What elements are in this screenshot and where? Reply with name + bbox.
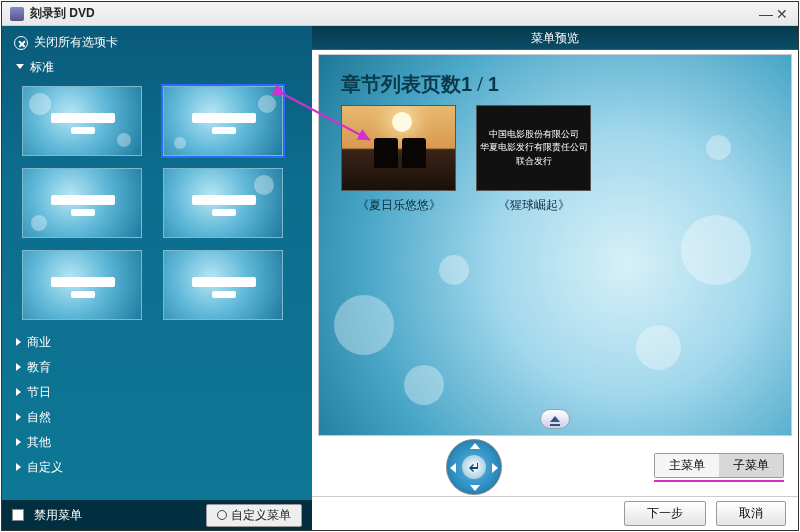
eject-icon: [550, 416, 560, 422]
category-education[interactable]: 教育: [2, 355, 312, 380]
category-custom[interactable]: 自定义: [2, 455, 312, 480]
main-menu-tab[interactable]: 主菜单: [655, 454, 719, 477]
template-thumb-2[interactable]: [163, 86, 283, 156]
sub-menu-tab[interactable]: 子菜单: [719, 454, 783, 477]
category-business[interactable]: 商业: [2, 330, 312, 355]
window-title: 刻录到 DVD: [30, 5, 758, 22]
minimize-button[interactable]: —: [758, 6, 774, 22]
customize-menu-button[interactable]: 自定义菜单: [206, 504, 302, 527]
chapter-2-caption: 《猩球崛起》: [476, 197, 591, 214]
close-tabs-link[interactable]: 关闭所有选项卡: [2, 26, 312, 55]
eject-button[interactable]: [540, 409, 570, 429]
template-thumb-3[interactable]: [22, 168, 142, 238]
dvd-nav-dpad: [446, 439, 502, 495]
gear-icon: [217, 510, 227, 520]
enter-icon: [468, 461, 480, 473]
chapter-1-caption: 《夏日乐悠悠》: [341, 197, 456, 214]
nav-up-button[interactable]: [470, 443, 480, 449]
template-sidebar: 关闭所有选项卡 标准 商业 教育 节日 自然 其他 自定义 禁用菜: [2, 26, 312, 530]
close-button[interactable]: ✕: [774, 6, 790, 22]
nav-down-button[interactable]: [470, 485, 480, 491]
nav-left-button[interactable]: [450, 463, 456, 473]
disable-menu-checkbox[interactable]: [12, 509, 24, 521]
template-thumb-4[interactable]: [163, 168, 283, 238]
category-holiday[interactable]: 节日: [2, 380, 312, 405]
preview-area: 章节列表页数1 / 1 《夏日乐悠悠》 中国电影股份有限公司 华夏电影发行有限责…: [318, 54, 792, 436]
nav-enter-button[interactable]: [462, 455, 486, 479]
preview-header: 菜单预览: [312, 26, 798, 50]
template-thumb-6[interactable]: [163, 250, 283, 320]
menu-type-toggle: 主菜单 子菜单: [654, 453, 784, 478]
category-nature[interactable]: 自然: [2, 405, 312, 430]
category-other[interactable]: 其他: [2, 430, 312, 455]
chapter-1-thumbnail: [341, 105, 456, 191]
chapter-1[interactable]: 《夏日乐悠悠》: [341, 105, 456, 214]
chapter-page-title: 章节列表页数1 / 1: [341, 71, 499, 98]
next-button[interactable]: 下一步: [624, 501, 706, 526]
chapter-2-thumbnail: 中国电影股份有限公司 华夏电影发行有限责任公司 联合发行: [476, 105, 591, 191]
cancel-button[interactable]: 取消: [716, 501, 786, 526]
chapter-2[interactable]: 中国电影股份有限公司 华夏电影发行有限责任公司 联合发行 《猩球崛起》: [476, 105, 591, 214]
close-icon: [14, 36, 28, 50]
template-thumb-5[interactable]: [22, 250, 142, 320]
close-tabs-label: 关闭所有选项卡: [34, 34, 118, 51]
category-standard[interactable]: 标准: [2, 55, 312, 80]
disable-menu-label: 禁用菜单: [34, 507, 82, 524]
template-thumb-1[interactable]: [22, 86, 142, 156]
app-icon: [10, 7, 24, 21]
nav-right-button[interactable]: [492, 463, 498, 473]
